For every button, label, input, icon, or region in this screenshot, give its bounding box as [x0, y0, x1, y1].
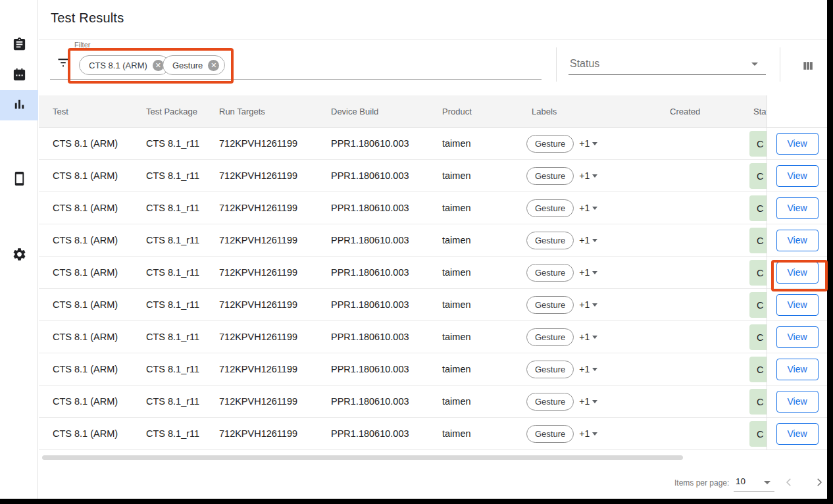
cell-product: taimen — [442, 160, 471, 191]
clipboard-icon — [12, 37, 27, 55]
extra-labels-toggle[interactable]: +1 — [579, 332, 597, 342]
cell-run-targets: 712KPVH1261199 — [219, 353, 297, 385]
items-per-page-select[interactable]: 10 — [734, 475, 774, 492]
extra-labels-toggle[interactable]: +1 — [579, 203, 597, 213]
cell-test: CTS 8.1 (ARM) — [53, 128, 118, 159]
cell-run-targets: 712KPVH1261199 — [219, 224, 297, 256]
filter-chip-gesture[interactable]: Gesture ✕ — [163, 55, 225, 75]
sidebar-item-settings[interactable] — [0, 240, 38, 270]
label-chip[interactable]: Gesture — [526, 264, 574, 282]
table-row[interactable]: CTS 8.1 (ARM) CTS 8.1_r11 712KPVH1261199… — [39, 224, 827, 257]
status-select-underline — [568, 74, 766, 75]
label-chip[interactable]: Gesture — [526, 393, 574, 411]
cell-labels: Gesture +1 — [526, 192, 597, 224]
label-chip[interactable]: Gesture — [526, 328, 574, 346]
cell-test-package: CTS 8.1_r11 — [146, 353, 199, 385]
table-row[interactable]: CTS 8.1 (ARM) CTS 8.1_r11 712KPVH1261199… — [39, 353, 827, 386]
label-chip[interactable]: Gesture — [526, 425, 574, 443]
view-button[interactable]: View — [776, 165, 819, 187]
sidebar-item-schedule[interactable] — [0, 61, 38, 91]
table-row[interactable]: CTS 8.1 (ARM) CTS 8.1_r11 712KPVH1261199… — [39, 128, 827, 160]
close-icon[interactable]: ✕ — [208, 60, 219, 71]
status-select-label: Status — [570, 58, 599, 70]
action-cell: View — [767, 224, 827, 257]
extra-labels-toggle[interactable]: +1 — [579, 396, 597, 407]
filter-input-underline[interactable] — [50, 79, 542, 80]
horizontal-scrollbar-thumb[interactable] — [42, 455, 683, 460]
chevron-down-icon — [751, 63, 758, 66]
cell-labels: Gesture +1 — [526, 353, 597, 385]
actions-sticky-column: View View View View View View View View … — [767, 95, 827, 450]
cell-device-build: PPR1.180610.003 — [331, 353, 409, 385]
cell-test-package: CTS 8.1_r11 — [146, 224, 199, 256]
cell-run-targets: 712KPVH1261199 — [219, 257, 297, 288]
label-chip[interactable]: Gesture — [526, 199, 574, 217]
extra-labels-toggle[interactable]: +1 — [579, 235, 597, 245]
extra-labels-toggle[interactable]: +1 — [579, 428, 597, 439]
chevron-down-icon — [592, 303, 597, 307]
view-button[interactable]: View — [776, 262, 819, 284]
label-chip[interactable]: Gesture — [526, 296, 574, 314]
cell-product: taimen — [442, 257, 471, 288]
extra-labels-toggle[interactable]: +1 — [579, 267, 597, 278]
view-button[interactable]: View — [776, 197, 819, 219]
cell-product: taimen — [442, 224, 471, 256]
chevron-down-icon — [592, 174, 597, 178]
extra-labels-toggle[interactable]: +1 — [579, 364, 597, 374]
view-button[interactable]: View — [776, 391, 819, 413]
status-select[interactable]: Status — [568, 57, 766, 75]
table-row[interactable]: CTS 8.1 (ARM) CTS 8.1_r11 712KPVH1261199… — [39, 321, 827, 353]
column-header-test-package: Test Package — [146, 95, 197, 128]
label-chip[interactable]: Gesture — [526, 167, 574, 185]
header-divider — [39, 39, 827, 40]
table-row[interactable]: CTS 8.1 (ARM) CTS 8.1_r11 712KPVH1261199… — [39, 386, 827, 418]
cell-device-build: PPR1.180610.003 — [331, 257, 409, 288]
extra-labels-toggle[interactable]: +1 — [579, 170, 597, 181]
column-header-test: Test — [53, 95, 68, 128]
columns-toggle-button[interactable] — [799, 58, 817, 76]
label-chip[interactable]: Gesture — [526, 361, 574, 378]
table-row[interactable]: CTS 8.1 (ARM) CTS 8.1_r11 712KPVH1261199… — [39, 418, 827, 450]
chevron-down-icon — [592, 432, 597, 436]
label-chip[interactable]: Gesture — [526, 232, 574, 249]
cell-test-package: CTS 8.1_r11 — [146, 257, 199, 288]
app-window: Test Results Filter CTS 8.1 (ARM) ✕ Gest… — [0, 0, 833, 504]
cell-labels: Gesture +1 — [526, 128, 597, 159]
extra-labels-toggle[interactable]: +1 — [579, 299, 597, 310]
filterbar-divider — [556, 47, 557, 82]
cell-test-package: CTS 8.1_r11 — [146, 192, 199, 224]
sidebar-item-devices[interactable] — [0, 164, 38, 195]
view-button[interactable]: View — [776, 359, 819, 380]
cell-labels: Gesture +1 — [526, 224, 597, 256]
table-row[interactable]: CTS 8.1 (ARM) CTS 8.1_r11 712KPVH1261199… — [39, 192, 827, 224]
items-per-page-underline — [734, 491, 774, 492]
action-cell: View — [767, 128, 827, 160]
cell-run-targets: 712KPVH1261199 — [219, 192, 297, 224]
cell-product: taimen — [442, 418, 471, 449]
cell-device-build: PPR1.180610.003 — [331, 128, 409, 159]
sidebar-item-test-plans[interactable] — [0, 30, 38, 61]
view-button[interactable]: View — [776, 230, 819, 251]
cell-labels: Gesture +1 — [526, 386, 597, 417]
cell-test-package: CTS 8.1_r11 — [146, 160, 199, 191]
extra-labels-toggle[interactable]: +1 — [579, 138, 597, 149]
table-row[interactable]: CTS 8.1 (ARM) CTS 8.1_r11 712KPVH1261199… — [39, 257, 827, 289]
action-cell: View — [767, 353, 827, 386]
previous-page-button[interactable] — [782, 476, 795, 490]
screen-edge-bottom — [0, 499, 833, 504]
view-button[interactable]: View — [776, 294, 819, 316]
filter-chip-cts[interactable]: CTS 8.1 (ARM) ✕ — [79, 55, 170, 75]
view-button[interactable]: View — [776, 423, 819, 445]
page-title: Test Results — [51, 11, 124, 26]
chevron-down-icon — [592, 271, 597, 274]
label-chip[interactable]: Gesture — [526, 135, 574, 153]
filter-chip-label: CTS 8.1 (ARM) — [89, 61, 147, 70]
table-row[interactable]: CTS 8.1 (ARM) CTS 8.1_r11 712KPVH1261199… — [39, 289, 827, 321]
sidebar-item-test-results[interactable] — [0, 90, 38, 120]
view-button[interactable]: View — [776, 326, 819, 348]
view-button[interactable]: View — [776, 133, 819, 155]
next-page-button[interactable] — [813, 476, 826, 490]
cell-device-build: PPR1.180610.003 — [331, 289, 409, 320]
cell-test: CTS 8.1 (ARM) — [53, 192, 118, 224]
table-row[interactable]: CTS 8.1 (ARM) CTS 8.1_r11 712KPVH1261199… — [39, 160, 827, 192]
